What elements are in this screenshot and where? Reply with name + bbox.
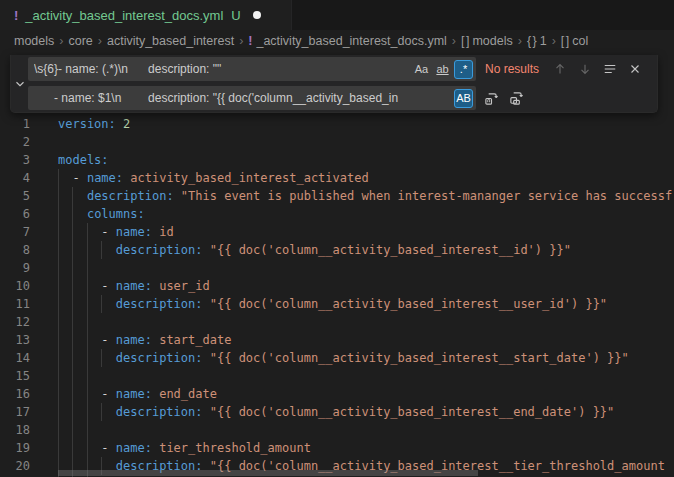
whole-word-button[interactable]: ab	[433, 60, 452, 79]
line-number: 16	[0, 385, 30, 403]
gutter: 1234567891011121314151617181920	[0, 115, 58, 475]
code-line[interactable]: - name: user_id	[58, 277, 674, 295]
breadcrumb-label: core	[68, 34, 92, 48]
tab-active[interactable]: ! _activity_based_interest_docs.yml U	[0, 0, 292, 30]
breadcrumb-item[interactable]: { }1	[527, 34, 547, 48]
line-number: 9	[0, 259, 30, 277]
breadcrumb-label: models	[14, 34, 54, 48]
indent-guide	[101, 241, 102, 259]
breadcrumb-item[interactable]: models	[14, 34, 54, 48]
arrow-down-icon	[578, 62, 592, 76]
line-number: 19	[0, 439, 30, 457]
replace-input[interactable]: - name: $1\n description: "{{ doc('colum…	[28, 86, 476, 110]
line-number: 17	[0, 403, 30, 421]
modified-dot-icon[interactable]	[253, 11, 261, 19]
find-in-selection-button[interactable]	[600, 59, 620, 79]
git-status-badge: U	[231, 8, 240, 23]
code-line[interactable]: description: "{{ doc('column__activity_b…	[58, 403, 674, 421]
yaml-file-icon: !	[14, 8, 18, 23]
find-widget: \s{6}- name: (.*)\n description: "" Aa a…	[10, 55, 658, 113]
breadcrumb-item[interactable]: core	[68, 34, 92, 48]
code-line[interactable]: - name: id	[58, 223, 674, 241]
line-number: 18	[0, 421, 30, 439]
line-number: 12	[0, 313, 30, 331]
find-query-text: \s{6}- name: (.*)\n description: ""	[34, 62, 410, 76]
breadcrumb-separator: ›	[547, 34, 561, 48]
indent-guide	[101, 403, 102, 421]
line-number: 7	[0, 223, 30, 241]
breadcrumb: models›core›activity_based_interest›!_ac…	[0, 30, 674, 52]
close-button[interactable]	[625, 59, 645, 79]
find-results-label: No results	[481, 62, 545, 76]
code-area[interactable]: version: 2models: - name: activity_based…	[58, 115, 674, 475]
breadcrumb-item[interactable]: !_activity_based_interest_docs.yml	[248, 34, 447, 48]
code-line[interactable]: description: "{{ doc('column__activity_b…	[58, 349, 674, 367]
tab-filename: _activity_based_interest_docs.yml	[25, 8, 223, 23]
breadcrumb-label: col	[572, 34, 588, 48]
indent-guide	[72, 187, 73, 477]
breadcrumb-separator: ›	[234, 34, 248, 48]
preserve-case-button[interactable]: AB	[454, 89, 473, 108]
code-line[interactable]: - name: end_date	[58, 385, 674, 403]
line-number: 10	[0, 277, 30, 295]
breadcrumb-item[interactable]: [ ]models	[461, 34, 513, 48]
close-icon	[628, 62, 642, 76]
indent-guide	[58, 169, 59, 477]
indent-guide	[101, 295, 102, 313]
breadcrumb-label: models	[472, 34, 512, 48]
code-line[interactable]: - name: activity_based_interest_activate…	[58, 169, 674, 187]
tab-bar: ! _activity_based_interest_docs.yml U	[0, 0, 674, 30]
line-number: 15	[0, 367, 30, 385]
code-line[interactable]: columns:	[58, 205, 674, 223]
line-number: 2	[0, 133, 30, 151]
horizontal-scrollbar[interactable]	[58, 470, 478, 476]
array-symbol-icon: [ ]	[461, 34, 468, 48]
regex-button[interactable]: .*	[454, 60, 473, 79]
code-line[interactable]: - name: tier_threshold_amount	[58, 439, 674, 457]
chevron-down-icon	[13, 77, 27, 91]
code-line[interactable]	[58, 367, 674, 385]
line-number: 20	[0, 457, 30, 475]
find-input[interactable]: \s{6}- name: (.*)\n description: "" Aa a…	[28, 57, 476, 81]
replace-all-icon	[509, 91, 524, 106]
line-number: 1	[0, 115, 30, 133]
line-number: 4	[0, 169, 30, 187]
next-match-button[interactable]	[575, 59, 595, 79]
breadcrumb-separator: ›	[54, 34, 68, 48]
find-in-selection-icon	[603, 62, 617, 76]
code-line[interactable]: version: 2	[58, 115, 674, 133]
code-line[interactable]: description: "{{ doc('column__activity_b…	[58, 295, 674, 313]
line-number: 13	[0, 331, 30, 349]
match-case-button[interactable]: Aa	[412, 60, 431, 79]
indent-guide	[87, 223, 88, 477]
line-number: 6	[0, 205, 30, 223]
code-line[interactable]: description: "This event is published wh…	[58, 187, 674, 205]
code-line[interactable]: - name: start_date	[58, 331, 674, 349]
toggle-replace-button[interactable]	[11, 55, 28, 112]
line-number: 14	[0, 349, 30, 367]
breadcrumb-label: _activity_based_interest_docs.yml	[256, 34, 446, 48]
code-line[interactable]	[58, 313, 674, 331]
breadcrumb-separator: ›	[513, 34, 527, 48]
line-number: 3	[0, 151, 30, 169]
previous-match-button[interactable]	[550, 59, 570, 79]
breadcrumb-label: 1	[540, 34, 547, 48]
code-line[interactable]: models:	[58, 151, 674, 169]
code-line[interactable]: description: "{{ doc('column__activity_b…	[58, 241, 674, 259]
line-number: 8	[0, 241, 30, 259]
object-symbol-icon: { }	[527, 34, 536, 48]
arrow-up-icon	[553, 62, 567, 76]
breadcrumb-separator: ›	[93, 34, 107, 48]
code-line[interactable]	[58, 133, 674, 151]
yaml-symbol-icon: !	[248, 34, 252, 48]
replace-all-button[interactable]	[506, 88, 526, 108]
code-line[interactable]	[58, 259, 674, 277]
replace-button[interactable]	[481, 88, 501, 108]
array-symbol-icon: [ ]	[561, 34, 568, 48]
breadcrumb-item[interactable]: activity_based_interest	[107, 34, 234, 48]
code-line[interactable]	[58, 421, 674, 439]
line-number: 11	[0, 295, 30, 313]
breadcrumb-item[interactable]: [ ]col	[561, 34, 588, 48]
breadcrumb-label: activity_based_interest	[107, 34, 234, 48]
editor[interactable]: 1234567891011121314151617181920 version:…	[0, 52, 674, 477]
